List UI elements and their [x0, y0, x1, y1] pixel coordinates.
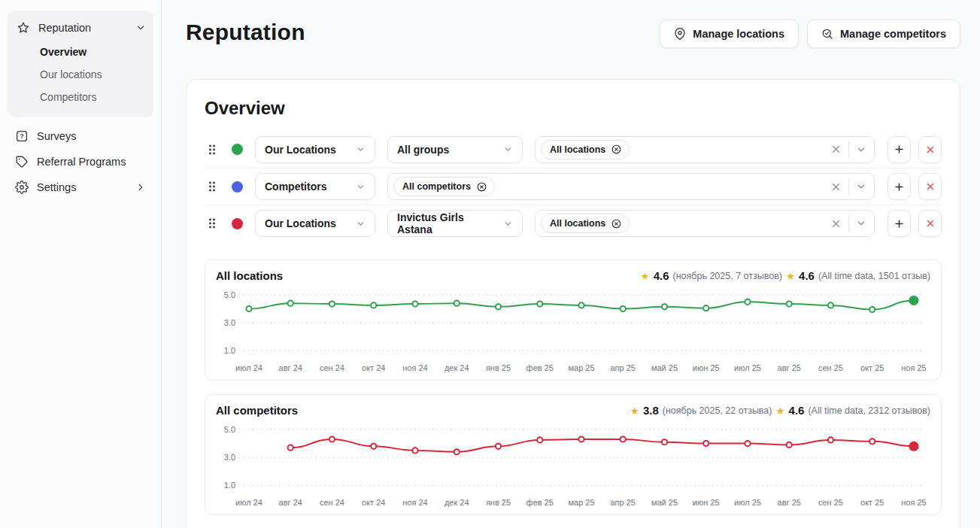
- svg-text:июл 24: июл 24: [235, 498, 262, 507]
- multiselect-controls: [830, 215, 866, 232]
- selected-tag[interactable]: All locations: [541, 140, 630, 159]
- sidebar-item-referral-programs[interactable]: Referral Programs: [8, 149, 153, 174]
- header-actions: Manage locations Manage competitors: [660, 20, 960, 48]
- source-select-value: Our Locations: [265, 144, 336, 156]
- svg-text:авг 24: авг 24: [279, 363, 302, 372]
- star-icon: ★: [775, 405, 784, 417]
- chevron-down-icon[interactable]: [856, 218, 866, 229]
- locations-multiselect[interactable]: All locations: [535, 136, 875, 163]
- svg-text:дек 24: дек 24: [444, 363, 469, 372]
- drag-handle-icon[interactable]: [208, 181, 218, 193]
- sidebar-item-settings[interactable]: Settings: [8, 174, 153, 200]
- competitors-multiselect[interactable]: All competitors: [387, 173, 875, 200]
- remove-series-button[interactable]: [918, 136, 942, 163]
- sidebar-item-label: Surveys: [37, 130, 146, 142]
- add-series-button[interactable]: [887, 136, 911, 163]
- svg-text:окт 24: окт 24: [362, 363, 385, 372]
- group-select[interactable]: All groups: [387, 136, 523, 163]
- selected-tag[interactable]: All locations: [541, 214, 630, 233]
- svg-text:авг 25: авг 25: [778, 498, 801, 507]
- source-select[interactable]: Our Locations: [255, 136, 375, 163]
- svg-text:5.0: 5.0: [224, 425, 235, 434]
- sidebar-item-our-locations[interactable]: Our locations: [15, 63, 147, 86]
- drag-handle-icon[interactable]: [208, 144, 218, 156]
- source-select[interactable]: Our Locations: [255, 210, 375, 237]
- group-select-value: All groups: [397, 144, 449, 156]
- chevron-down-icon[interactable]: [856, 181, 866, 192]
- overview-title: Overview: [205, 98, 942, 119]
- manage-competitors-button[interactable]: Manage competitors: [807, 20, 960, 48]
- drag-handle-icon[interactable]: [208, 217, 218, 229]
- divider: [848, 178, 849, 195]
- chevron-down-icon: [356, 219, 366, 229]
- clear-icon[interactable]: [830, 218, 842, 229]
- add-series-button[interactable]: [887, 210, 911, 237]
- chart-title: All competitors: [216, 404, 298, 417]
- selected-tag-label: All locations: [550, 218, 605, 229]
- svg-text:авг 25: авг 25: [778, 363, 801, 372]
- sidebar-item-label: Referral Programs: [37, 156, 146, 168]
- locations-multiselect[interactable]: All locations: [535, 210, 875, 237]
- remove-series-button[interactable]: [918, 173, 942, 200]
- app-root: Reputation Overview Our locations Compet…: [0, 0, 980, 528]
- svg-text:июн 25: июн 25: [693, 363, 720, 372]
- clear-icon[interactable]: [830, 144, 842, 155]
- multiselect-controls: [830, 141, 866, 158]
- sidebar-item-reputation[interactable]: Reputation: [15, 15, 147, 41]
- chevron-down-icon: [503, 219, 513, 229]
- sidebar-item-overview[interactable]: Overview: [15, 41, 147, 63]
- svg-text:1.0: 1.0: [224, 346, 235, 355]
- location-select-value: Invictus Girls Astana: [397, 211, 497, 235]
- sidebar-item-surveys[interactable]: ? Surveys: [8, 123, 153, 149]
- tag-icon: [15, 155, 29, 168]
- svg-text:дек 24: дек 24: [444, 498, 469, 507]
- star-icon: ★: [641, 270, 650, 282]
- svg-text:ноя 25: ноя 25: [901, 363, 926, 372]
- remove-series-button[interactable]: [918, 210, 942, 237]
- chart-header: All locations ★ 4.6 (ноябрь 2025, 7 отзы…: [216, 269, 930, 282]
- divider: [848, 141, 849, 158]
- clear-icon[interactable]: [830, 181, 842, 193]
- svg-text:сен 24: сен 24: [320, 363, 344, 372]
- svg-text:3.0: 3.0: [224, 453, 235, 462]
- svg-text:май 25: май 25: [651, 498, 678, 507]
- manage-locations-button[interactable]: Manage locations: [660, 20, 799, 48]
- all-locations-line-chart: 5.03.01.0июл 24авг 24сен 24окт 24ноя 24д…: [216, 288, 927, 374]
- all-competitors-line-chart: 5.03.01.0июл 24авг 24сен 24окт 24ноя 24д…: [216, 423, 927, 508]
- rating-badge-alltime: ★ 4.6 (All time data, 2312 отзывов): [775, 404, 930, 417]
- svg-text:фев 25: фев 25: [526, 498, 554, 507]
- sidebar-item-label: Settings: [37, 181, 127, 193]
- remove-tag-icon[interactable]: [611, 144, 622, 155]
- remove-tag-icon[interactable]: [611, 218, 622, 229]
- search-check-icon: [821, 28, 833, 40]
- star-icon: [17, 21, 30, 35]
- add-series-button[interactable]: [887, 173, 911, 200]
- chevron-down-icon: [356, 182, 366, 192]
- selected-tag-label: All competitors: [402, 181, 471, 192]
- multiselect-controls: [830, 178, 866, 195]
- divider: [848, 215, 849, 232]
- series-color-dot: [232, 181, 243, 193]
- svg-text:фев 25: фев 25: [526, 363, 554, 372]
- svg-text:июл 24: июл 24: [235, 363, 262, 372]
- chevron-down-icon: [503, 144, 513, 154]
- chevron-down-icon[interactable]: [856, 144, 866, 155]
- selected-tag[interactable]: All competitors: [393, 177, 495, 196]
- sidebar-item-competitors[interactable]: Competitors: [15, 86, 147, 108]
- location-pin-icon: [674, 28, 686, 40]
- svg-text:мар 25: мар 25: [568, 363, 594, 372]
- chart-card-all-competitors: All competitors ★ 3.8 (ноябрь 2025, 22 о…: [205, 394, 942, 515]
- source-select[interactable]: Competitors: [255, 173, 375, 200]
- gear-icon: [15, 181, 29, 194]
- chart-card-all-locations: All locations ★ 4.6 (ноябрь 2025, 7 отзы…: [205, 259, 942, 381]
- svg-text:ноя 25: ноя 25: [901, 498, 926, 507]
- rating-note: (ноябрь 2025, 22 отзыва): [663, 405, 772, 416]
- page-header: Reputation Manage locations Manage compe…: [186, 20, 960, 48]
- svg-text:ноя 24: ноя 24: [402, 363, 427, 372]
- chevron-down-icon: [356, 144, 366, 154]
- svg-text:сен 24: сен 24: [320, 498, 344, 507]
- rating-value: 4.6: [789, 404, 805, 417]
- source-select-value: Competitors: [265, 181, 326, 193]
- location-select[interactable]: Invictus Girls Astana: [387, 210, 523, 237]
- remove-tag-icon[interactable]: [476, 181, 487, 193]
